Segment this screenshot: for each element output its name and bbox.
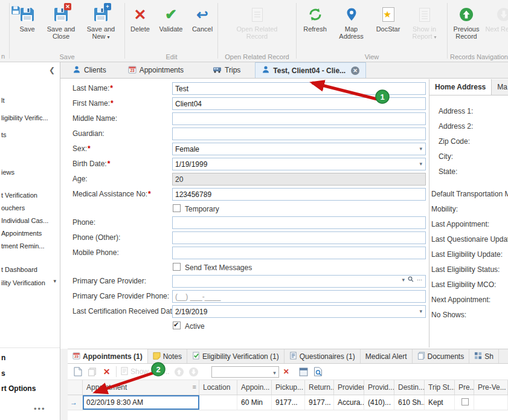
map-address-button[interactable]: Map Address <box>332 4 371 41</box>
pre-checkbox[interactable] <box>461 398 469 405</box>
chevron-down-icon[interactable]: ▾ <box>419 161 422 167</box>
primary-care-provider-combo[interactable] <box>172 275 426 288</box>
cell-pre[interactable] <box>455 395 474 410</box>
sidebar-item[interactable]: ility Verification <box>1 279 45 286</box>
column-header-return[interactable]: Return... <box>305 380 334 395</box>
sidebar-item[interactable]: iews <box>1 169 14 176</box>
open-related-record-button[interactable]: Open Related Record <box>227 4 288 41</box>
move-down-icon[interactable] <box>188 367 199 377</box>
sidebar-group-item[interactable]: rt Options <box>1 384 36 393</box>
chevron-down-icon[interactable]: ▾ <box>273 370 276 376</box>
delete-button[interactable]: ✕ Delete <box>126 4 154 34</box>
cancel-button[interactable]: ↩ Cancel <box>188 4 217 34</box>
next-record-button[interactable]: Next Record <box>485 4 508 34</box>
middle-name-input[interactable] <box>172 112 426 125</box>
tab-trips[interactable]: Trips <box>207 62 246 78</box>
close-tab-icon[interactable]: ✕ <box>351 66 359 75</box>
save-and-new-button[interactable]: + Save and New ▾ <box>80 4 121 42</box>
column-header-provid[interactable]: Provid... <box>364 380 394 395</box>
sidebar-overflow-button[interactable]: ••• <box>34 404 46 413</box>
column-header-appointment[interactable]: Appointment ≡ <box>83 380 199 395</box>
chevron-down-icon[interactable]: ▾ <box>402 277 405 283</box>
column-header-pre[interactable]: Pre... <box>455 380 474 395</box>
first-name-input[interactable] <box>172 97 426 110</box>
column-header-provider[interactable]: Provider <box>334 380 364 395</box>
tab-medical-alert[interactable]: Medical Alert <box>361 349 413 363</box>
cell-pickup[interactable]: 9177... <box>272 395 305 410</box>
tab-clients[interactable]: Clients <box>66 62 112 78</box>
tab-appointments-list[interactable]: 23 Appointments (1) <box>68 349 148 363</box>
save-button[interactable]: Save <box>13 4 42 34</box>
validate-button[interactable]: ✔ Validate <box>155 4 187 34</box>
cell-appoin[interactable]: 60 Min <box>237 395 272 410</box>
collapse-sidebar-icon[interactable]: ❮ <box>49 66 55 74</box>
filter-combo[interactable]: ▾ <box>211 366 279 378</box>
layout-icon[interactable] <box>298 367 309 377</box>
tab-appointments[interactable]: 23 Appointments <box>122 62 190 78</box>
sidebar-group-item[interactable]: s <box>1 369 5 378</box>
sidebar-group-item[interactable]: n <box>1 354 5 362</box>
table-row[interactable]: → 02/20/19 8:30 AM 60 Min 9177... 9177..… <box>68 395 508 410</box>
sidebar-item[interactable]: ts <box>1 131 7 138</box>
new-record-icon[interactable] <box>72 367 83 377</box>
send-text-messages-checkbox[interactable] <box>173 263 181 271</box>
medical-assistance-input[interactable] <box>172 188 426 201</box>
tab-home-address[interactable]: Home Address <box>429 79 492 95</box>
cell-location[interactable] <box>199 395 237 410</box>
show-in-report-button[interactable]: Show in Report ▾ <box>405 4 444 42</box>
sidebar-item[interactable]: lt <box>1 97 5 104</box>
guardian-input[interactable] <box>172 128 426 140</box>
sidebar-item[interactable]: t Dashboard <box>1 266 37 273</box>
preview-icon[interactable] <box>313 367 323 377</box>
column-header-destin[interactable]: Destin... <box>394 380 425 395</box>
delete-row-icon[interactable]: ✕ <box>101 367 112 377</box>
cell-return[interactable]: 9177... <box>305 395 334 410</box>
search-icon[interactable] <box>408 276 414 283</box>
last-certification-date-combo[interactable] <box>172 305 426 318</box>
sidebar-item[interactable]: tment Remin... <box>1 242 45 250</box>
sidebar-item[interactable]: t Verification <box>1 192 37 199</box>
sex-combo[interactable] <box>172 143 426 155</box>
refresh-button[interactable]: Refresh <box>300 4 330 34</box>
phone-other-input[interactable] <box>172 231 426 244</box>
clear-filter-icon[interactable]: ✕ <box>283 367 289 376</box>
tab-mailing-address[interactable]: Ma <box>492 79 508 95</box>
sidebar-item[interactable]: Individual Cas... <box>1 217 48 224</box>
temporary-checkbox[interactable] <box>173 204 181 212</box>
mobile-phone-input[interactable] <box>172 247 426 259</box>
column-header-trip-status[interactable]: Trip St... <box>425 380 455 395</box>
sidebar-item[interactable]: ouchers <box>1 204 25 212</box>
save-and-close-button[interactable]: ✕ Save and Close <box>43 4 79 41</box>
tab-questionaires[interactable]: Questionaires (1) <box>285 349 361 363</box>
tab-notes[interactable]: Notes <box>148 349 187 363</box>
show-in-report-grid-button[interactable]: Show in R... <box>121 367 170 377</box>
primary-care-provider-phone-input[interactable] <box>172 290 426 303</box>
column-filter-icon[interactable]: ≡ <box>193 383 196 395</box>
tab-documents[interactable]: Documents <box>413 349 470 363</box>
chevron-down-icon[interactable]: ▾ <box>419 308 422 314</box>
cell-trip-status[interactable]: Kept <box>425 395 455 410</box>
tab-active-client[interactable]: Test, Client04 - Clie... ✕ <box>255 62 366 78</box>
birth-date-combo[interactable] <box>172 158 426 170</box>
move-up-icon[interactable] <box>174 367 184 377</box>
cell-provid[interactable]: (410)... <box>364 395 394 410</box>
column-header-appoin[interactable]: Appoin... <box>237 380 272 395</box>
last-name-input[interactable] <box>172 82 426 95</box>
docstar-button[interactable]: ★ DocStar <box>373 4 404 34</box>
column-header-location[interactable]: Location <box>199 380 237 395</box>
active-checkbox[interactable] <box>173 321 181 329</box>
column-header-pickup[interactable]: Pickup... <box>272 380 305 395</box>
sidebar-item[interactable]: Appointments <box>1 230 42 237</box>
cell-appointment[interactable]: 02/20/19 8:30 AM <box>83 395 199 410</box>
cell-pre-ve[interactable] <box>474 395 508 410</box>
chevron-down-icon[interactable]: ▾ <box>419 146 422 152</box>
copy-icon[interactable] <box>87 367 97 377</box>
tab-show-more[interactable]: Sh <box>469 349 499 363</box>
tab-eligibility-verification[interactable]: Eligibility Verification (1) <box>187 349 285 363</box>
column-header-pre-ve[interactable]: Pre-Ve... <box>474 380 508 395</box>
more-options-icon[interactable]: ⋯ <box>417 277 422 283</box>
sidebar-item[interactable]: ligibility Verific... <box>1 114 48 121</box>
cell-destin[interactable]: 610 Sh... <box>394 395 425 410</box>
previous-record-button[interactable]: Previous Record <box>449 4 484 41</box>
phone-input[interactable] <box>172 216 426 229</box>
